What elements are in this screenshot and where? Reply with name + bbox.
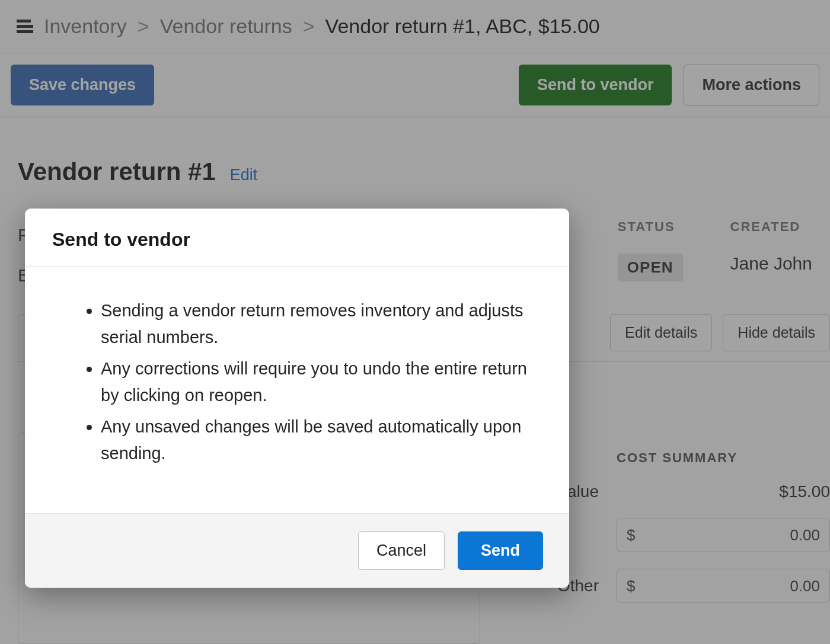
cancel-button[interactable]: Cancel — [358, 531, 445, 570]
send-button[interactable]: Send — [458, 531, 543, 570]
modal-title: Send to vendor — [52, 229, 542, 251]
modal-header: Send to vendor — [25, 209, 569, 267]
modal-bullet: Any unsaved changes will be saved automa… — [101, 414, 534, 467]
modal-footer: Cancel Send — [25, 513, 569, 588]
modal-bullet: Any corrections will require you to undo… — [101, 355, 534, 409]
send-to-vendor-modal: Send to vendor Sending a vendor return r… — [25, 209, 569, 588]
page-root: Inventory > Vendor returns > Vendor retu… — [0, 0, 830, 644]
modal-body: Sending a vendor return removes inventor… — [25, 267, 569, 513]
modal-overlay[interactable]: Send to vendor Sending a vendor return r… — [0, 0, 830, 644]
modal-bullet: Sending a vendor return removes inventor… — [101, 297, 534, 351]
